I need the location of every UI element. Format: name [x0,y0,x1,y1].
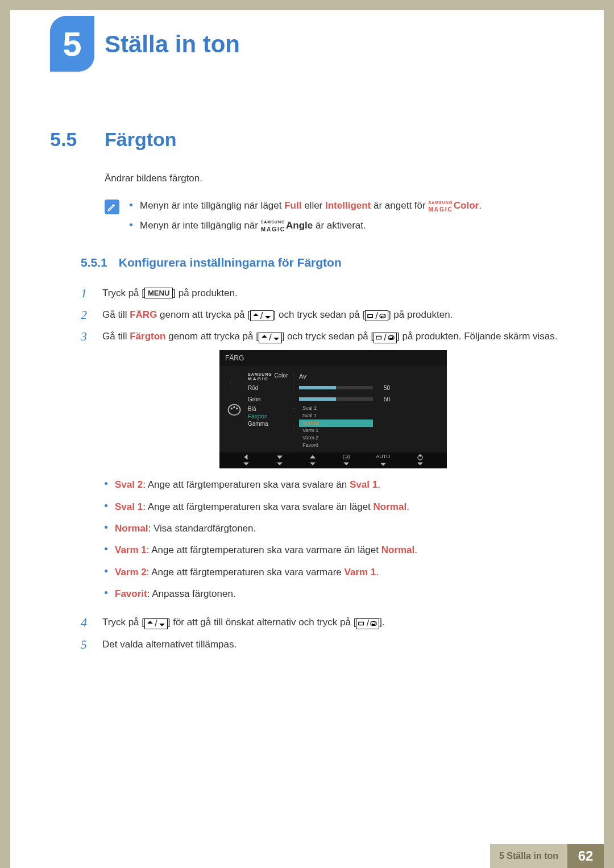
osd-row-magic-color: SAMSUNGMAGIC Color : Av [248,371,441,382]
step-body: Gå till FÄRG genom att trycka på [/] och… [102,308,564,322]
svg-marker-16 [310,455,316,459]
section-header: 5.5 Färgton [50,128,564,151]
osd-left-icon [243,454,250,467]
step-body: Gå till Färgton genom att trycka på [/] … [102,329,564,608]
text: Menyn är inte tillgänglig när läget [140,200,284,211]
text: ] för att gå till önskat alternativ och … [168,617,356,628]
osd-option: Varm 2 [299,434,373,442]
note-item: Menyn är inte tillgänglig när SAMSUNGMAG… [130,218,482,233]
section-title: Färgton [105,128,177,151]
note-item: Menyn är inte tillgänglig när läget Full… [130,198,482,213]
osd-footer: AUTO [219,452,447,468]
svg-marker-17 [310,463,316,466]
text: Menyn är inte tillgänglig när [140,220,261,231]
option-item: Sval 1: Ange att färgtemperaturen ska va… [102,500,564,514]
svg-point-11 [236,408,238,410]
osd-option: Sval 2 [299,405,373,412]
svg-marker-20 [380,463,386,466]
text: ] och tryck sedan på [ [282,331,374,342]
step-4: 4 Tryck på [/] för att gå till önskat al… [81,615,564,630]
note-list: Menyn är inte tillgänglig när läget Full… [130,198,482,238]
bold-angle: Angle [286,220,313,231]
highlight-intelligent: Intelligent [325,200,371,211]
svg-rect-26 [359,622,364,625]
subsection-header: 5.5.1 Konfigurera inställningarna för Fä… [81,254,564,272]
option-item: Favorit: Anpassa färgtonen. [102,587,564,601]
osd-option: Favorit [299,442,373,449]
osd-row-red: Röd: 50 [248,382,441,393]
osd-power-icon [417,454,424,467]
text: genom att trycka på [ [157,309,250,320]
svg-point-8 [229,405,240,416]
intro-text: Ändrar bildens färgton. [105,171,564,186]
steps-list: 1 Tryck på [MENU] på produkten. 2 Gå til… [81,286,564,653]
highlight-color: Color [454,200,479,211]
svg-marker-23 [417,463,423,466]
chapter-header: 5 Ställa in ton [50,16,564,72]
note-block: Menyn är inte tillgänglig när läget Full… [105,198,564,238]
svg-point-10 [233,406,235,409]
rect-enter-icon: / [356,618,379,629]
page-footer: 5 Ställa in ton 62 [490,844,604,868]
svg-rect-6 [376,337,381,339]
text: Gå till [102,309,130,320]
step-body: Det valda alternativet tillämpas. [102,637,564,652]
text: ] på produkten. [173,288,237,298]
chapter-number-badge: 5 [50,16,94,72]
step-5: 5 Det valda alternativet tillämpas. [81,637,564,652]
step-number: 3 [81,329,92,608]
option-item: Normal: Visa standardfärgtonen. [102,521,564,536]
samsung-magic-label: SAMSUNGMAGIC [428,201,453,214]
svg-rect-2 [368,314,373,317]
osd-down-icon [276,454,283,467]
svg-rect-3 [380,314,385,318]
option-item: Varm 1: Ange att färgtemperaturen ska va… [102,543,564,558]
subsection-number: 5.5.1 [81,254,107,272]
up-down-icon: / [144,618,168,629]
step-1: 1 Tryck på [MENU] på produkten. [81,286,564,301]
svg-marker-1 [265,316,271,319]
svg-marker-12 [244,454,248,460]
osd-enter-icon [343,454,350,467]
menu-button-icon: MENU [144,288,173,298]
option-descriptions: Sval 2: Ange att färgtemperaturen ska va… [102,477,564,601]
highlight-full: Full [284,200,301,211]
osd-row-blue-dropdown: Blå Färgton Gamma ::: Sval 2 Sval 1 [248,405,441,449]
step-3: 3 Gå till Färgton genom att trycka på [/… [81,329,564,608]
step-body: Tryck på [/] för att gå till önskat alte… [102,615,564,630]
footer-chapter-label: 5 Ställa in ton [490,844,567,868]
text: är aktiverat. [313,220,366,231]
text: Tryck på [ [102,617,144,628]
osd-value: Av [299,372,306,381]
step-2: 2 Gå till FÄRG genom att trycka på [/] o… [81,308,564,322]
subsection-title: Konfigurera inställningarna för Färgton [119,254,342,272]
osd-option: Varm 1 [299,427,373,434]
text: ] på produkten. [388,309,453,320]
text: Gå till [102,331,130,342]
text: . [479,200,482,211]
svg-marker-15 [277,463,283,466]
svg-marker-14 [277,456,283,459]
osd-screenshot: FÄRG SAMSUNGMAGIC Color : [219,350,447,469]
osd-option-selected: Normal [299,420,373,427]
step-body: Tryck på [MENU] på produkten. [102,286,564,301]
text: Tryck på [ [102,288,144,298]
osd-option: Sval 1 [299,412,373,420]
option-item: Sval 2: Ange att färgtemperaturen ska va… [102,477,564,492]
body-content: Ändrar bildens färgton. Menyn är inte ti… [50,171,564,652]
step-number: 1 [81,286,92,301]
svg-point-9 [231,408,233,410]
osd-title: FÄRG [219,350,447,367]
svg-marker-24 [147,621,153,624]
step-number: 4 [81,615,92,630]
osd-auto-label: AUTO [376,453,390,468]
svg-marker-5 [273,338,279,340]
text: ]. [379,617,384,628]
step-number: 2 [81,308,92,322]
osd-side-icon [224,371,244,449]
note-pencil-icon [105,200,119,214]
text: eller [301,200,325,211]
osd-up-icon [309,454,316,467]
svg-rect-7 [388,336,394,340]
svg-marker-4 [262,335,267,338]
